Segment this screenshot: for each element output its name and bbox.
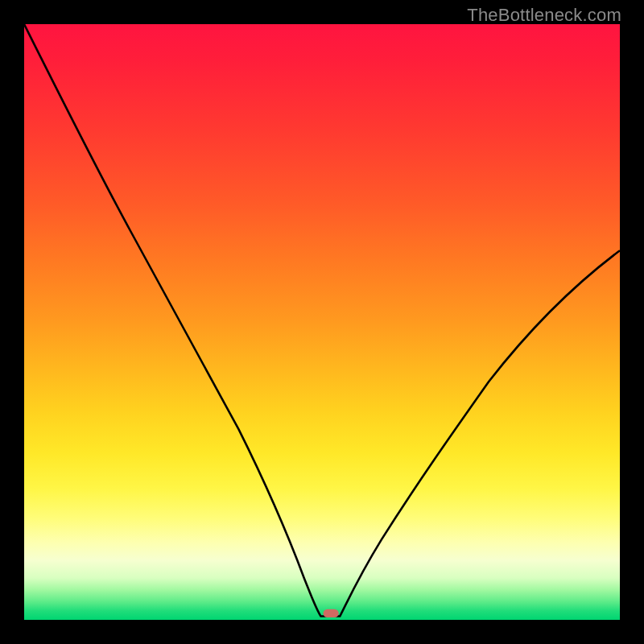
- curve-line: [24, 24, 620, 617]
- attribution-text: TheBottleneck.com: [467, 5, 621, 26]
- plot-area: [24, 24, 620, 620]
- chart-svg: [24, 24, 620, 620]
- minimum-marker: [323, 609, 338, 617]
- chart-frame: TheBottleneck.com: [0, 0, 644, 644]
